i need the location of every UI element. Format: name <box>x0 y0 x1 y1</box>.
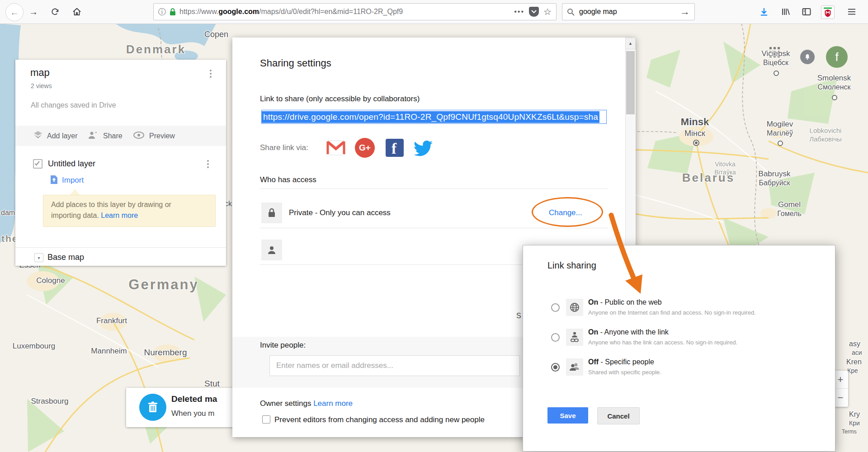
map-label-fragment: dam <box>1 209 15 217</box>
twitter-bird-icon <box>413 141 434 158</box>
add-layer-button[interactable]: Add layer <box>47 132 78 140</box>
pocket-icon[interactable] <box>529 7 539 17</box>
scrollbar-thumb[interactable] <box>626 51 635 114</box>
trash-icon <box>147 401 159 414</box>
save-button[interactable]: Save <box>547 407 588 424</box>
share-twitter-button[interactable] <box>413 141 434 158</box>
city-label: Frankfurt <box>96 316 127 325</box>
anyone-link-icon-badge <box>566 329 583 346</box>
scrollbar-up-button[interactable]: ▲ <box>625 38 636 49</box>
option-public-bold: On <box>588 298 598 306</box>
reload-icon <box>51 8 59 16</box>
library-button[interactable] <box>780 6 791 17</box>
search-bar[interactable]: → <box>562 3 695 20</box>
url-domain: google.com <box>218 8 259 15</box>
page-actions-icon[interactable]: ••• <box>514 8 524 16</box>
option-specific-bold: Off <box>588 358 599 366</box>
share-button[interactable]: Share <box>103 132 123 140</box>
map-label-fragment: Кре <box>847 367 858 374</box>
owner-avatar-placeholder <box>261 240 282 260</box>
share-facebook-button[interactable]: f <box>386 139 404 157</box>
url-bar[interactable]: ⓘ https://www.google.com/maps/d/u/0/edit… <box>153 3 557 20</box>
reload-button[interactable] <box>50 6 61 17</box>
private-access-badge <box>261 202 282 223</box>
map-label-fragment: S <box>516 312 521 320</box>
home-button[interactable] <box>71 6 82 17</box>
mcafee-shield-icon <box>823 7 833 18</box>
city-label: Mannheim <box>91 346 127 356</box>
https-lock-icon <box>170 8 176 16</box>
invite-people-input[interactable] <box>269 355 520 376</box>
owner-settings-label: Owner settings <box>260 399 311 408</box>
layer-visibility-checkbox[interactable] <box>33 159 42 169</box>
menu-hamburger-button[interactable] <box>846 6 857 17</box>
dialog-title: Sharing settings <box>260 57 331 69</box>
link-to-share-label: Link to share (only accessible by collab… <box>260 94 420 104</box>
city-dot <box>832 95 837 100</box>
share-via-label: Share link via: <box>260 143 308 152</box>
tooltip-line1: Add places to this layer by drawing or <box>51 201 171 209</box>
search-input[interactable] <box>578 7 680 16</box>
prevent-editors-checkbox[interactable] <box>262 415 270 424</box>
radio-anyone-with-link[interactable] <box>551 333 560 342</box>
url-protocol: https://www. <box>179 8 218 15</box>
option-anyone-bold: On <box>588 328 598 336</box>
panel-menu-icon[interactable] <box>210 70 212 71</box>
search-go-arrow[interactable]: → <box>680 6 690 18</box>
people-icon <box>569 362 580 372</box>
option-specific-text: - Specific people <box>599 358 654 366</box>
city-dot <box>774 71 779 76</box>
radio-specific-people[interactable] <box>551 363 560 372</box>
library-icon <box>781 7 790 16</box>
map-label-fragment: Kren <box>846 358 862 366</box>
mcafee-extension-button[interactable] <box>821 5 835 19</box>
forward-button[interactable]: → <box>28 6 39 17</box>
downloads-button[interactable] <box>759 6 769 17</box>
notifications-bell[interactable] <box>800 50 815 64</box>
share-googleplus-button[interactable]: G+ <box>355 138 375 158</box>
country-label-germany: Germany <box>128 277 198 293</box>
account-avatar[interactable]: f <box>826 46 848 68</box>
cancel-button[interactable]: Cancel <box>597 407 640 424</box>
toast-body: When you m <box>171 409 214 418</box>
toast-title: Deleted ma <box>171 394 217 404</box>
radio-public-on-web[interactable] <box>551 303 560 312</box>
city-label: MogilevМагілёў <box>767 119 793 138</box>
city-label: ViciebskВіцебск <box>762 49 790 67</box>
city-label: Strasbourg <box>31 396 68 406</box>
import-link[interactable]: Import <box>62 176 84 185</box>
layer-menu-icon[interactable] <box>207 160 209 162</box>
change-link-highlight-ellipse <box>532 197 603 227</box>
sidebar-toggle-button[interactable] <box>801 6 812 17</box>
share-gmail-button[interactable] <box>326 140 346 156</box>
city-label: GomelГомель <box>777 200 802 218</box>
globe-icon <box>570 302 580 312</box>
facebook-f-icon: f <box>392 141 396 157</box>
preview-button[interactable]: Preview <box>149 132 175 140</box>
lock-icon <box>267 207 276 218</box>
tooltip-caret <box>70 189 80 195</box>
check-icon <box>34 160 41 167</box>
map-views-count: 2 views <box>31 82 52 89</box>
base-map-label[interactable]: Base map <box>47 253 84 262</box>
bookmark-star-icon[interactable]: ☆ <box>543 6 552 17</box>
private-access-text: Private - Only you can access <box>289 208 391 217</box>
link-sharing-dialog: Link sharing On - Public on the web Anyo… <box>523 245 835 452</box>
share-link-input[interactable]: https://drive.google.com/open?id=11RO-2R… <box>261 110 607 124</box>
home-icon <box>72 7 81 16</box>
city-label: SmolenskСмоленск <box>817 73 851 92</box>
option-public-desc: Anyone on the Internet can find and acce… <box>588 309 756 316</box>
person-link-icon <box>570 331 580 343</box>
map-label-fragment: Kry <box>849 410 860 419</box>
base-map-expander-icon[interactable]: ▾ <box>34 253 43 262</box>
app-window: Denmark Germany Belarus ViciebskВіцебск … <box>0 0 868 452</box>
back-button[interactable]: ← <box>5 3 24 21</box>
owner-settings-learn-more-link[interactable]: Learn more <box>313 399 353 408</box>
tooltip-learn-more-link[interactable]: Learn more <box>101 212 138 219</box>
import-file-icon <box>50 175 58 184</box>
map-terms-link[interactable]: Terms <box>842 428 857 435</box>
site-info-icon[interactable]: ⓘ <box>158 7 166 17</box>
link-sharing-title: Link sharing <box>547 260 596 271</box>
layer-name[interactable]: Untitled layer <box>48 159 95 169</box>
city-dot <box>778 141 783 146</box>
